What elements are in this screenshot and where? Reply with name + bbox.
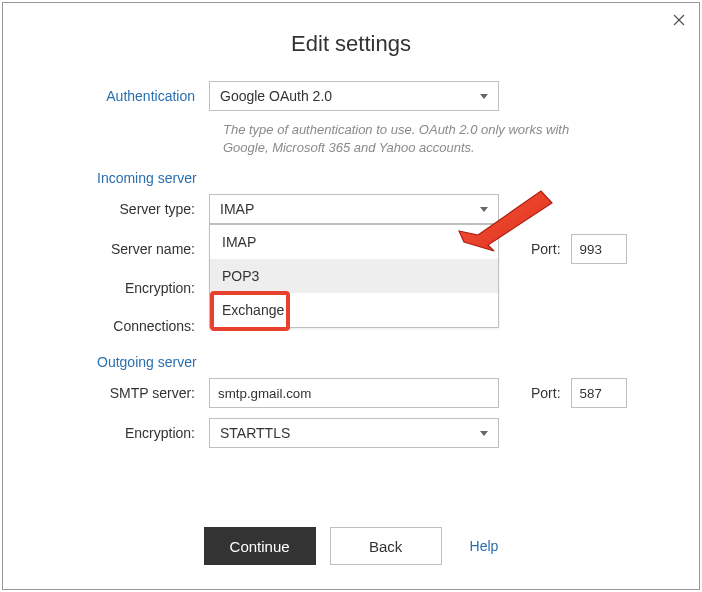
server-type-dropdown: IMAP POP3 Exchange — [209, 224, 499, 328]
server-type-option-pop3[interactable]: POP3 — [210, 259, 498, 293]
chevron-down-icon — [480, 94, 488, 99]
server-type-value: IMAP — [220, 201, 254, 217]
server-type-select[interactable]: IMAP — [209, 194, 499, 224]
auth-hint: The type of authentication to use. OAuth… — [53, 121, 659, 156]
chevron-down-icon — [480, 207, 488, 212]
chevron-down-icon — [480, 431, 488, 436]
back-button[interactable]: Back — [330, 527, 442, 565]
help-link[interactable]: Help — [470, 538, 499, 554]
close-icon[interactable] — [673, 13, 685, 29]
auth-select-value: Google OAuth 2.0 — [220, 88, 332, 104]
smtp-input[interactable] — [209, 378, 499, 408]
outgoing-encryption-select[interactable]: STARTTLS — [209, 418, 499, 448]
dialog-edit-settings: Edit settings Authentication Google OAut… — [2, 2, 700, 590]
outgoing-port-input[interactable] — [571, 378, 627, 408]
smtp-label: SMTP server: — [53, 385, 209, 401]
server-type-option-exchange[interactable]: Exchange — [210, 293, 498, 327]
outgoing-encryption-value: STARTTLS — [220, 425, 290, 441]
auth-label: Authentication — [53, 88, 209, 104]
server-name-label: Server name: — [53, 241, 209, 257]
server-type-label: Server type: — [53, 201, 209, 217]
connections-label: Connections: — [53, 318, 209, 334]
incoming-encryption-label: Encryption: — [53, 280, 209, 296]
incoming-port-label: Port: — [531, 241, 561, 257]
dialog-title: Edit settings — [3, 3, 699, 81]
outgoing-port-label: Port: — [531, 385, 561, 401]
auth-select[interactable]: Google OAuth 2.0 — [209, 81, 499, 111]
dialog-footer: Continue Back Help — [3, 527, 699, 565]
incoming-section-label: Incoming server — [53, 170, 659, 186]
continue-button[interactable]: Continue — [204, 527, 316, 565]
incoming-port-input[interactable] — [571, 234, 627, 264]
outgoing-section-label: Outgoing server — [53, 354, 659, 370]
outgoing-encryption-label: Encryption: — [53, 425, 209, 441]
server-type-option-imap[interactable]: IMAP — [210, 225, 498, 259]
